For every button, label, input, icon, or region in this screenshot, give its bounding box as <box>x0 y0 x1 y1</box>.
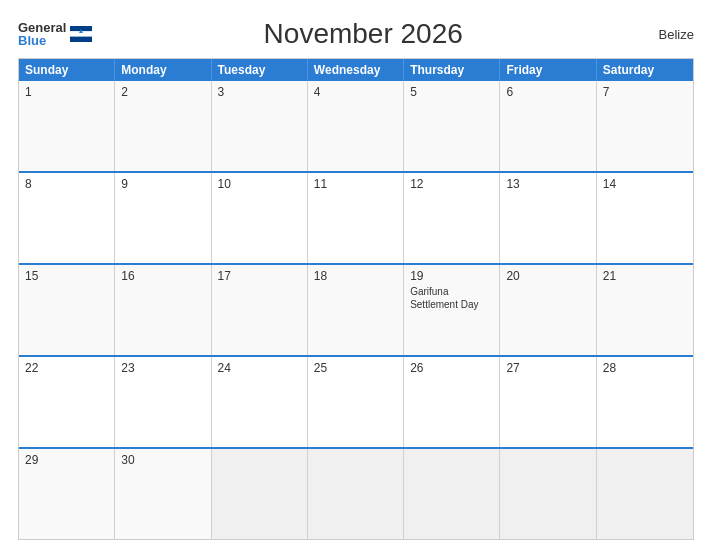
day-number: 17 <box>218 269 301 283</box>
day-number: 19 <box>410 269 493 283</box>
logo-blue: Blue <box>18 34 66 47</box>
country-label: Belize <box>634 27 694 42</box>
day-cell: 17 <box>212 265 308 355</box>
day-cell: 1 <box>19 81 115 171</box>
day-number: 22 <box>25 361 108 375</box>
day-cell <box>597 449 693 539</box>
day-number: 9 <box>121 177 204 191</box>
day-number: 3 <box>218 85 301 99</box>
day-number: 5 <box>410 85 493 99</box>
day-cell: 6 <box>500 81 596 171</box>
day-cell: 21 <box>597 265 693 355</box>
calendar-grid: SundayMondayTuesdayWednesdayThursdayFrid… <box>18 58 694 540</box>
day-number: 14 <box>603 177 687 191</box>
week-row-1: 1234567 <box>19 81 693 171</box>
event-label: Garifuna Settlement Day <box>410 285 493 311</box>
day-cell: 23 <box>115 357 211 447</box>
day-number: 27 <box>506 361 589 375</box>
day-cell: 16 <box>115 265 211 355</box>
day-number: 6 <box>506 85 589 99</box>
svg-rect-2 <box>70 37 92 42</box>
day-cell: 30 <box>115 449 211 539</box>
day-number: 7 <box>603 85 687 99</box>
day-cell: 18 <box>308 265 404 355</box>
days-header-row: SundayMondayTuesdayWednesdayThursdayFrid… <box>19 59 693 81</box>
day-cell: 7 <box>597 81 693 171</box>
day-cell: 3 <box>212 81 308 171</box>
day-cell <box>212 449 308 539</box>
day-cell: 22 <box>19 357 115 447</box>
day-cell: 27 <box>500 357 596 447</box>
week-row-4: 22232425262728 <box>19 355 693 447</box>
day-number: 20 <box>506 269 589 283</box>
page-title: November 2026 <box>92 18 634 50</box>
day-header-thursday: Thursday <box>404 59 500 81</box>
calendar-page: General Blue November 2026 Belize Sunday… <box>0 0 712 550</box>
page-header: General Blue November 2026 Belize <box>18 18 694 50</box>
day-cell: 12 <box>404 173 500 263</box>
day-number: 11 <box>314 177 397 191</box>
day-header-tuesday: Tuesday <box>212 59 308 81</box>
day-cell: 13 <box>500 173 596 263</box>
day-cell: 11 <box>308 173 404 263</box>
day-cell: 25 <box>308 357 404 447</box>
day-number: 21 <box>603 269 687 283</box>
day-cell <box>404 449 500 539</box>
day-header-sunday: Sunday <box>19 59 115 81</box>
day-cell: 26 <box>404 357 500 447</box>
day-cell: 19Garifuna Settlement Day <box>404 265 500 355</box>
day-number: 2 <box>121 85 204 99</box>
logo: General Blue <box>18 21 92 47</box>
day-number: 29 <box>25 453 108 467</box>
week-row-2: 891011121314 <box>19 171 693 263</box>
week-row-5: 2930 <box>19 447 693 539</box>
day-cell: 8 <box>19 173 115 263</box>
day-number: 18 <box>314 269 397 283</box>
day-cell: 29 <box>19 449 115 539</box>
day-cell: 4 <box>308 81 404 171</box>
day-cell: 20 <box>500 265 596 355</box>
week-row-3: 1516171819Garifuna Settlement Day2021 <box>19 263 693 355</box>
day-cell <box>308 449 404 539</box>
day-number: 24 <box>218 361 301 375</box>
day-number: 26 <box>410 361 493 375</box>
day-cell: 5 <box>404 81 500 171</box>
day-number: 23 <box>121 361 204 375</box>
day-cell: 10 <box>212 173 308 263</box>
day-number: 13 <box>506 177 589 191</box>
day-header-monday: Monday <box>115 59 211 81</box>
day-cell: 15 <box>19 265 115 355</box>
day-number: 15 <box>25 269 108 283</box>
day-number: 4 <box>314 85 397 99</box>
day-header-saturday: Saturday <box>597 59 693 81</box>
day-cell: 2 <box>115 81 211 171</box>
day-cell: 9 <box>115 173 211 263</box>
day-number: 28 <box>603 361 687 375</box>
day-number: 8 <box>25 177 108 191</box>
day-number: 1 <box>25 85 108 99</box>
day-header-wednesday: Wednesday <box>308 59 404 81</box>
day-cell: 28 <box>597 357 693 447</box>
day-header-friday: Friday <box>500 59 596 81</box>
calendar-weeks: 12345678910111213141516171819Garifuna Se… <box>19 81 693 539</box>
day-cell: 24 <box>212 357 308 447</box>
logo-flag-icon <box>70 26 92 42</box>
day-number: 10 <box>218 177 301 191</box>
day-number: 12 <box>410 177 493 191</box>
day-cell: 14 <box>597 173 693 263</box>
day-number: 25 <box>314 361 397 375</box>
day-number: 16 <box>121 269 204 283</box>
day-cell <box>500 449 596 539</box>
day-number: 30 <box>121 453 204 467</box>
